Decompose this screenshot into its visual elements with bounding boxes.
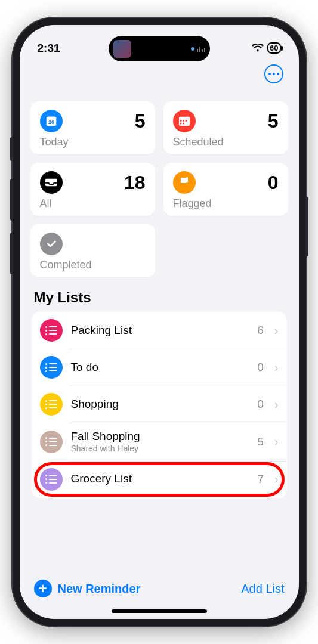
smart-lists: 20 5 Today 5 Scheduled <box>20 83 299 277</box>
list-icon <box>45 363 57 372</box>
list-title: Grocery List <box>71 472 249 486</box>
chevron-right-icon: › <box>274 472 279 486</box>
svg-rect-7 <box>180 123 181 125</box>
audio-bars-icon <box>197 45 205 52</box>
new-reminder-button[interactable]: + New Reminder <box>34 580 141 597</box>
more-button[interactable] <box>264 64 283 83</box>
list-count: 5 <box>257 435 264 448</box>
all-label: All <box>40 197 146 210</box>
svg-rect-8 <box>183 123 184 125</box>
island-dot-icon <box>191 47 194 51</box>
list-icon <box>45 326 57 335</box>
smart-list-flagged[interactable]: 0 Flagged <box>163 163 288 216</box>
list-title: Fall Shopping <box>71 430 249 444</box>
list-title: Packing List <box>71 324 249 338</box>
list-subtitle: Shared with Haley <box>71 444 249 454</box>
all-count: 18 <box>124 172 146 194</box>
svg-rect-4 <box>180 120 181 122</box>
list-bullet-icon <box>40 468 63 491</box>
svg-rect-5 <box>183 120 184 122</box>
list-icon <box>45 475 57 484</box>
plus-circle-icon: + <box>34 580 52 597</box>
volume-up-button <box>10 179 13 221</box>
list-title: Shopping <box>71 398 249 411</box>
smart-list-today[interactable]: 20 5 Today <box>30 101 155 154</box>
list-row[interactable]: Packing List 6 › <box>32 312 287 349</box>
flag-icon <box>173 171 196 194</box>
list-title: To do <box>71 361 249 374</box>
new-reminder-label: New Reminder <box>58 582 141 596</box>
list-count: 0 <box>257 361 264 374</box>
chevron-right-icon: › <box>274 435 279 448</box>
list-row[interactable]: Shopping 0 › <box>32 386 287 423</box>
list-bullet-icon <box>40 393 63 416</box>
calendar-today-icon: 20 <box>40 110 63 132</box>
toolbar: + New Reminder Add List <box>20 580 299 603</box>
list-count: 0 <box>257 398 264 411</box>
smart-list-completed[interactable]: 0 Completed <box>30 224 155 277</box>
list-row[interactable]: To do 0 › <box>32 349 287 386</box>
checkmark-icon <box>40 233 63 255</box>
phone-frame: 2:31 60 <box>13 18 306 626</box>
list-count: 6 <box>257 324 264 337</box>
list-bullet-icon <box>40 431 63 453</box>
chevron-right-icon: › <box>274 398 279 411</box>
section-title: My Lists <box>32 289 287 312</box>
scheduled-count: 5 <box>268 110 279 132</box>
list-container: Packing List 6 › To do 0 › Shopping 0 › … <box>32 312 287 498</box>
tray-icon <box>40 171 63 194</box>
today-label: Today <box>40 136 146 148</box>
completed-label: Completed <box>40 259 146 271</box>
list-icon <box>45 400 57 409</box>
volume-down-button <box>10 233 13 274</box>
my-lists-section: My Lists Packing List 6 › To do 0 › Shop… <box>20 277 299 498</box>
wifi-icon <box>252 44 264 52</box>
list-icon <box>45 437 57 446</box>
list-row[interactable]: Fall Shopping Shared with Haley 5 › <box>32 423 287 461</box>
list-bullet-icon <box>40 356 63 379</box>
flagged-count: 0 <box>268 172 279 194</box>
svg-text:20: 20 <box>48 119 54 125</box>
home-indicator[interactable] <box>112 609 207 613</box>
smart-list-all[interactable]: 18 All <box>30 163 155 216</box>
power-button <box>305 197 308 256</box>
side-button <box>10 137 13 161</box>
flagged-label: Flagged <box>173 197 279 210</box>
battery-indicator: 60 <box>267 42 280 54</box>
chevron-right-icon: › <box>274 324 279 338</box>
calendar-icon <box>173 110 196 132</box>
screen: 2:31 60 <box>20 25 299 619</box>
list-count: 7 <box>257 473 264 486</box>
scheduled-label: Scheduled <box>173 136 279 148</box>
list-row[interactable]: Grocery List 7 › <box>32 461 287 498</box>
list-bullet-icon <box>40 319 63 342</box>
now-playing-thumbnail <box>113 40 131 58</box>
smart-list-scheduled[interactable]: 5 Scheduled <box>163 101 288 154</box>
dynamic-island[interactable] <box>109 36 210 61</box>
status-time: 2:31 <box>38 42 60 55</box>
chevron-right-icon: › <box>274 361 279 374</box>
add-list-button[interactable]: Add List <box>241 582 284 596</box>
today-count: 5 <box>135 110 146 132</box>
svg-rect-6 <box>185 120 187 122</box>
